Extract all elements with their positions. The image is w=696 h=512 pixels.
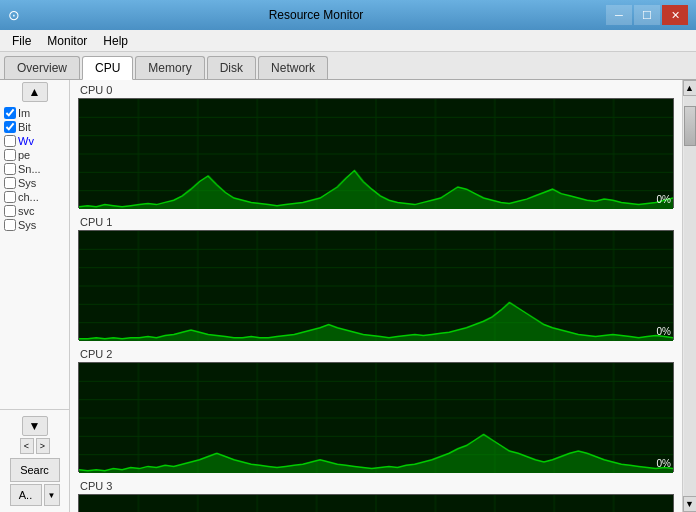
sidebar-check-ch[interactable] — [4, 191, 16, 203]
cpu-graph-header-cpu2: CPU 2 — [78, 348, 674, 360]
sidebar-items: Im Bit Wv pe Sn... Sys — [0, 104, 69, 409]
graph-canvas-cpu0 — [79, 99, 673, 209]
sidebar-check-wv[interactable] — [4, 135, 16, 147]
menu-bar: File Monitor Help — [0, 30, 696, 52]
sidebar-label-im: Im — [18, 107, 30, 119]
close-button[interactable]: ✕ — [662, 5, 688, 25]
minimize-button[interactable]: ─ — [606, 5, 632, 25]
graph-wrapper-cpu3: 100%0% — [78, 494, 674, 512]
sidebar-scroll-up[interactable]: ▲ — [22, 82, 48, 102]
sidebar-label-svc: svc — [18, 205, 35, 217]
tab-memory[interactable]: Memory — [135, 56, 204, 79]
cpu-graph-header-cpu1: CPU 1 — [78, 216, 674, 228]
sidebar-check-svc[interactable] — [4, 205, 16, 217]
sidebar-check-bit[interactable] — [4, 121, 16, 133]
sidebar: ▲ Im Bit Wv pe Sn... — [0, 80, 70, 512]
a-arrow-button[interactable]: ▼ — [44, 484, 60, 506]
tab-overview[interactable]: Overview — [4, 56, 80, 79]
graph-canvas-cpu1 — [79, 231, 673, 341]
list-item: Sys — [2, 176, 67, 190]
list-item: svc — [2, 204, 67, 218]
sidebar-label-sys: Sys — [18, 177, 36, 189]
sidebar-check-im[interactable] — [4, 107, 16, 119]
cpu-label-cpu2: CPU 2 — [80, 348, 112, 360]
list-item: Im — [2, 106, 67, 120]
scrollbar-down-arrow[interactable]: ▼ — [683, 496, 697, 512]
sidebar-scroll-down[interactable]: ▼ — [22, 416, 48, 436]
sidebar-check-pe[interactable] — [4, 149, 16, 161]
sidebar-nav-right[interactable]: > — [36, 438, 50, 454]
sidebar-check-sys2[interactable] — [4, 219, 16, 231]
graph-canvas-cpu2 — [79, 363, 673, 473]
restore-button[interactable]: ☐ — [634, 5, 660, 25]
tab-network[interactable]: Network — [258, 56, 328, 79]
list-item: Sys — [2, 218, 67, 232]
graph-min-label-cpu1: 0% — [657, 326, 671, 337]
scrollbar-thumb[interactable] — [684, 106, 696, 146]
cpu-graphs: CPU 0100%0%CPU 1100%0%CPU 2100%0%CPU 310… — [70, 80, 682, 512]
sidebar-label-wv: Wv — [18, 135, 34, 147]
sidebar-check-sys[interactable] — [4, 177, 16, 189]
cpu-graph-header-cpu3: CPU 3 — [78, 480, 674, 492]
tab-bar: Overview CPU Memory Disk Network — [0, 52, 696, 80]
cpu-graph-cpu0: CPU 0100%0% — [78, 84, 674, 208]
graph-wrapper-cpu2: 100%0% — [78, 362, 674, 472]
scrollbar-track — [684, 96, 696, 496]
list-item: ch... — [2, 190, 67, 204]
graph-wrapper-cpu1: 100%0% — [78, 230, 674, 340]
menu-file[interactable]: File — [4, 32, 39, 50]
sidebar-check-sn[interactable] — [4, 163, 16, 175]
sidebar-nav-left[interactable]: < — [20, 438, 34, 454]
window-title: Resource Monitor — [269, 8, 364, 22]
sidebar-label-pe: pe — [18, 149, 30, 161]
search-button[interactable]: Searc — [10, 458, 60, 482]
graph-canvas-cpu3 — [79, 495, 673, 512]
window-controls: ─ ☐ ✕ — [606, 5, 688, 25]
sidebar-label-sys2: Sys — [18, 219, 36, 231]
app-icon: ⊙ — [8, 7, 20, 23]
main-layout: ▲ Im Bit Wv pe Sn... — [0, 80, 696, 512]
sidebar-label-sn: Sn... — [18, 163, 41, 175]
cpu-label-cpu0: CPU 0 — [80, 84, 112, 96]
list-item: pe — [2, 148, 67, 162]
cpu-label-cpu1: CPU 1 — [80, 216, 112, 228]
right-scrollbar: ▲ ▼ — [682, 80, 696, 512]
sidebar-label-ch: ch... — [18, 191, 39, 203]
scrollbar-up-arrow[interactable]: ▲ — [683, 80, 697, 96]
sidebar-bottom: ▼ < > Searc A.. ▼ — [0, 409, 69, 512]
cpu-graph-cpu2: CPU 2100%0% — [78, 348, 674, 472]
content-area: CPU 0100%0%CPU 1100%0%CPU 2100%0%CPU 310… — [70, 80, 696, 512]
sidebar-horz-nav: < > — [2, 438, 67, 454]
a-button[interactable]: A.. — [10, 484, 42, 506]
sidebar-label-bit: Bit — [18, 121, 31, 133]
graph-min-label-cpu0: 0% — [657, 194, 671, 205]
a-dropdown: A.. ▼ — [10, 484, 60, 506]
menu-help[interactable]: Help — [95, 32, 136, 50]
list-item: Sn... — [2, 162, 67, 176]
cpu-graph-cpu3: CPU 3100%0% — [78, 480, 674, 512]
tab-cpu[interactable]: CPU — [82, 56, 133, 80]
graph-min-label-cpu2: 0% — [657, 458, 671, 469]
tab-disk[interactable]: Disk — [207, 56, 256, 79]
cpu-graph-cpu1: CPU 1100%0% — [78, 216, 674, 340]
menu-monitor[interactable]: Monitor — [39, 32, 95, 50]
cpu-graph-header-cpu0: CPU 0 — [78, 84, 674, 96]
list-item: Wv — [2, 134, 67, 148]
list-item: Bit — [2, 120, 67, 134]
graph-wrapper-cpu0: 100%0% — [78, 98, 674, 208]
cpu-label-cpu3: CPU 3 — [80, 480, 112, 492]
title-bar: ⊙ Resource Monitor ─ ☐ ✕ — [0, 0, 696, 30]
